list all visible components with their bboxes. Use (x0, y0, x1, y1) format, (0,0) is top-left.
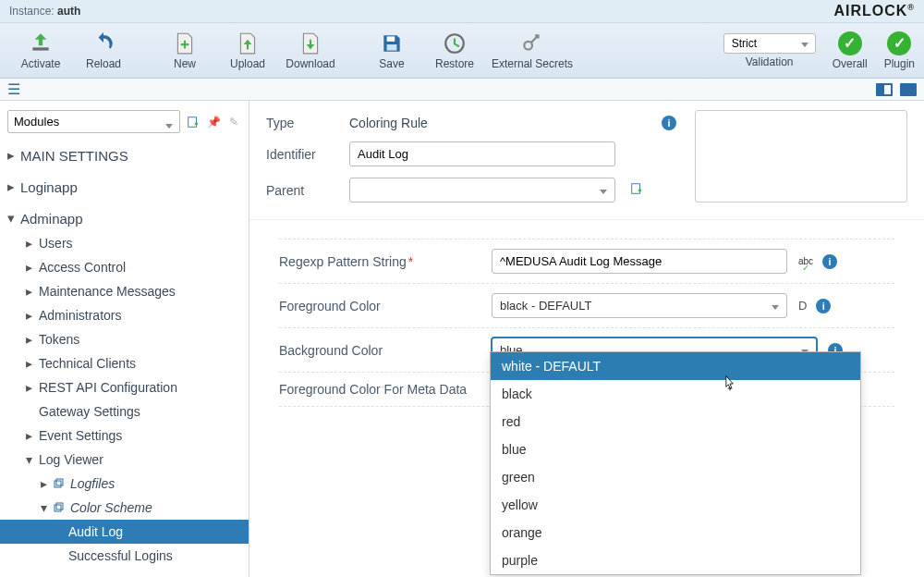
type-label: Type (266, 116, 340, 130)
external-secrets-button[interactable]: External Secrets (486, 31, 578, 70)
tree-item-log-viewer[interactable]: ▾Log Viewer (0, 448, 249, 472)
fg-color-select[interactable]: black - DEFAULT (492, 293, 787, 318)
tree-item-label: Access Control (39, 260, 126, 275)
dropdown-option[interactable]: yellow (491, 491, 860, 519)
tree-item-label: Adminapp (20, 211, 83, 227)
caret-icon: ▸ (26, 236, 35, 251)
save-button[interactable]: Save (360, 31, 423, 70)
info-icon[interactable]: i (822, 254, 837, 269)
download-button[interactable]: Download (279, 31, 342, 70)
parent-label: Parent (266, 183, 340, 198)
svg-rect-8 (55, 505, 61, 511)
activate-icon (29, 31, 53, 55)
identifier-input[interactable] (349, 141, 615, 166)
preview-box (695, 110, 907, 203)
default-indicator: D (798, 299, 807, 313)
tree-item-label: Maintenance Messages (39, 284, 176, 299)
caret-icon: ▸ (26, 356, 35, 371)
check-icon: ✓ (887, 31, 911, 55)
svg-rect-0 (32, 47, 48, 50)
tree-item-label: Users (39, 236, 73, 251)
restore-icon (443, 31, 467, 55)
dropdown-option[interactable]: green (491, 463, 860, 491)
dropdown-option[interactable]: white - DEFAULT (491, 352, 860, 380)
dropdown-option[interactable]: black (491, 380, 860, 408)
tree-item-logfiles[interactable]: ▸Logfiles (0, 472, 249, 496)
svg-rect-5 (188, 117, 197, 128)
abc-check-icon[interactable]: abc✓ (798, 256, 813, 266)
tree-item-label: Loginapp (20, 179, 78, 195)
regexp-input[interactable] (492, 249, 787, 274)
tree-item-rest-api-configuration[interactable]: ▸REST API Configuration (0, 375, 249, 399)
layout-full-icon[interactable] (900, 83, 917, 96)
tree-item-successful-logins[interactable]: Successful Logins (0, 544, 249, 568)
tree-item-main-settings[interactable]: ▸MAIN SETTINGS (0, 142, 249, 168)
reload-button[interactable]: Reload (72, 31, 135, 70)
reload-icon (91, 31, 116, 55)
dropdown-option[interactable]: red (491, 408, 860, 436)
info-icon[interactable]: i (816, 299, 831, 313)
identifier-label: Identifier (266, 147, 340, 162)
pin-icon[interactable]: 📌 (206, 115, 221, 129)
instance-bar: Instance: auth AIRLOCK® (0, 0, 924, 23)
caret-icon: ▸ (41, 476, 50, 491)
tree-item-label: Tokens (39, 332, 79, 347)
caret-icon: ▸ (26, 332, 35, 347)
tree-item-label: Audit Log (68, 524, 123, 539)
caret-icon: ▸ (26, 380, 35, 395)
chevron-down-icon (600, 183, 607, 197)
plugin-status: ✓ Plugin (884, 31, 915, 70)
tree-item-administrators[interactable]: ▸Administrators (0, 303, 249, 327)
svg-point-4 (524, 42, 532, 50)
tree-item-event-settings[interactable]: ▸Event Settings (0, 424, 249, 448)
activate-button[interactable]: Activate (9, 31, 72, 70)
restore-button[interactable]: Restore (423, 31, 486, 70)
bg-color-label: Background Color (279, 343, 492, 358)
tree-item-color-scheme[interactable]: ▾Color Scheme (0, 496, 249, 520)
dropdown-option[interactable]: purple (491, 546, 860, 574)
layout-split-icon[interactable] (876, 83, 893, 96)
instance-name: auth (57, 5, 80, 18)
tree-item-access-control[interactable]: ▸Access Control (0, 255, 249, 279)
color-dropdown-menu[interactable]: white - DEFAULTblackredbluegreenyellowor… (490, 351, 861, 575)
svg-rect-7 (56, 479, 63, 485)
dropdown-option[interactable]: blue (491, 436, 860, 463)
new-button[interactable]: New (153, 31, 216, 70)
chevron-down-icon (772, 299, 779, 313)
tree-item-label: Administrators (39, 308, 121, 323)
nav-tree: ▸MAIN SETTINGS▸Loginapp▾Adminapp▸Users▸A… (0, 142, 249, 568)
overall-status: ✓ Overall (833, 31, 868, 70)
tree-item-label: MAIN SETTINGS (20, 148, 128, 164)
wand-icon[interactable]: ✎ (226, 115, 241, 129)
caret-icon: ▸ (7, 147, 17, 164)
caret-icon: ▸ (26, 284, 35, 299)
caret-icon: ▾ (7, 210, 17, 227)
main-toolbar: Activate Reload New Upload Download Save… (0, 23, 924, 79)
tree-item-adminapp[interactable]: ▾Adminapp (0, 205, 249, 231)
dropdown-option[interactable]: orange (491, 519, 860, 546)
tree-item-technical-clients[interactable]: ▸Technical Clients (0, 351, 249, 375)
parent-select[interactable] (349, 178, 615, 203)
tree-item-gateway-settings[interactable]: Gateway Settings (0, 399, 249, 424)
tree-item-loginapp[interactable]: ▸Loginapp (0, 174, 249, 200)
caret-icon: ▾ (26, 452, 35, 467)
tree-item-audit-log[interactable]: Audit Log (0, 520, 249, 544)
caret-icon: ▸ (26, 260, 35, 275)
svg-rect-9 (56, 503, 63, 509)
meta-fg-label: Foreground Color For Meta Data (279, 382, 492, 397)
tree-item-tokens[interactable]: ▸Tokens (0, 327, 249, 351)
upload-button[interactable]: Upload (216, 31, 279, 70)
fg-color-label: Foreground Color (279, 299, 492, 313)
info-icon[interactable]: i (662, 116, 676, 130)
modules-select[interactable]: Modules (7, 110, 180, 133)
validation-select[interactable]: Strict (723, 33, 816, 54)
tree-item-maintenance-messages[interactable]: ▸Maintenance Messages (0, 279, 249, 303)
add-module-icon[interactable] (186, 115, 201, 129)
menu-icon[interactable]: ☰ (7, 80, 20, 98)
caret-icon: ▾ (41, 500, 50, 515)
svg-rect-1 (387, 36, 395, 41)
stack-icon (54, 502, 67, 513)
tree-item-users[interactable]: ▸Users (0, 231, 249, 255)
tree-item-label: Logfiles (70, 476, 115, 491)
add-parent-icon[interactable] (630, 182, 643, 198)
